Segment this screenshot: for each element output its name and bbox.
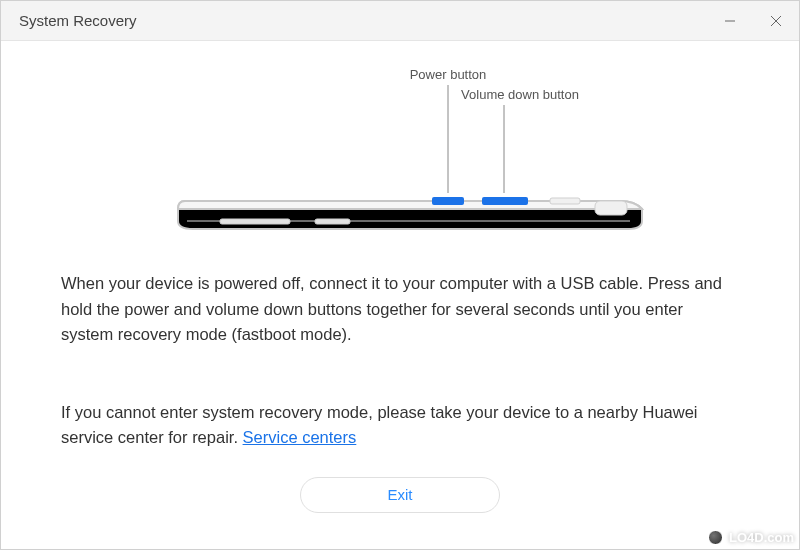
volume-down-highlight [482,197,528,205]
recovery-window: System Recovery Power button Volume down… [0,0,800,550]
svg-rect-7 [550,198,580,204]
fallback-text: If you cannot enter system recovery mode… [61,400,739,451]
phone-illustration [178,197,642,229]
svg-rect-8 [595,201,627,215]
device-diagram: Power button Volume down button [61,61,739,251]
minimize-button[interactable] [707,1,753,40]
fallback-prefix: If you cannot enter system recovery mode… [61,403,698,447]
button-row: Exit [61,477,739,513]
power-button-highlight [432,197,464,205]
power-label-text: Power button [410,67,487,82]
window-title: System Recovery [19,12,707,29]
titlebar: System Recovery [1,1,799,41]
svg-rect-6 [315,219,350,224]
content-area: Power button Volume down button [1,41,799,513]
service-centers-link[interactable]: Service centers [243,428,357,446]
volume-label-text: Volume down button [461,87,579,102]
instructions-text: When your device is powered off, connect… [61,271,739,348]
close-icon [770,15,782,27]
titlebar-controls [707,1,799,40]
close-button[interactable] [753,1,799,40]
exit-button[interactable]: Exit [300,477,500,513]
svg-rect-5 [220,219,290,224]
minimize-icon [724,15,736,27]
